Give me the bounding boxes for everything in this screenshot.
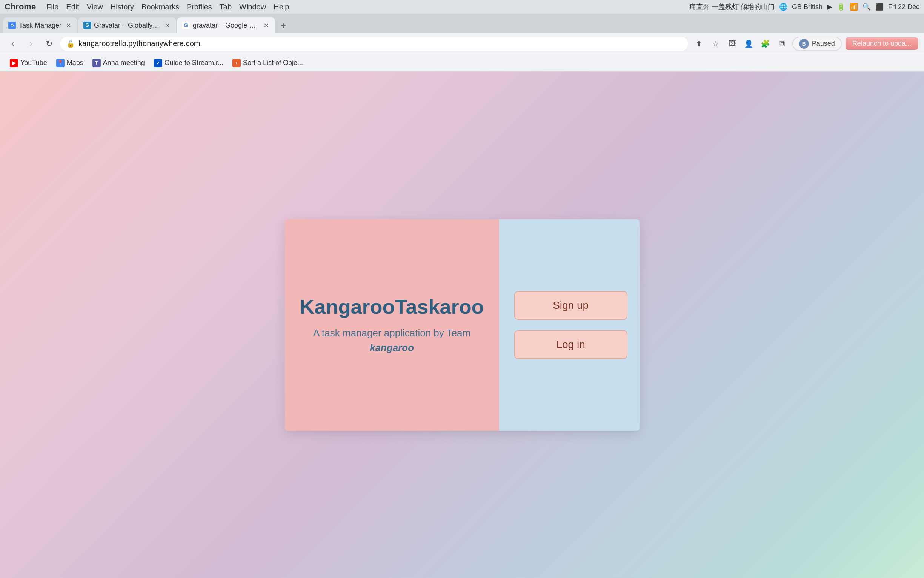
trello-favicon: ✓	[154, 59, 162, 67]
chrome-menu-items: File Edit View History Bookmarks Profile…	[44, 2, 292, 12]
refresh-button[interactable]: ↻	[42, 37, 56, 50]
tab-title-gravatar: Gravatar – Globally Recogniz...	[94, 21, 160, 29]
bookmark-trello-label: Guide to Stream.r...	[165, 59, 223, 67]
battery-icon: 🔋	[837, 3, 845, 11]
chrome-right-icons: 痛直奔 一盖残灯 傾場的山门 🌐 GB British ▶ 🔋 📶 🔍 ⬛ Fr…	[689, 2, 919, 11]
main-content: KangarooTaskaroo A task manager applicat…	[0, 72, 924, 578]
paused-button[interactable]: B Paused	[792, 37, 842, 51]
user-avatar-icon[interactable]: 👤	[743, 37, 755, 50]
chrome-brand: Chrome	[5, 2, 36, 12]
chrome-title-bar: Chrome File Edit View History Bookmarks …	[0, 0, 924, 14]
sort-favicon: ›	[232, 59, 241, 67]
bookmark-youtube[interactable]: ▶ YouTube	[6, 57, 51, 69]
share-icon[interactable]: ⬆	[693, 37, 706, 50]
gb-british-icon[interactable]: GB British	[792, 3, 822, 11]
app-left-panel: KangarooTaskaroo A task manager applicat…	[285, 219, 499, 431]
menu-profiles[interactable]: Profiles	[184, 2, 215, 12]
tab-title-google: gravatar – Google Search	[193, 21, 259, 29]
tab-close-task[interactable]: ✕	[65, 21, 72, 29]
url-bar[interactable]: 🔒 kangarootrello.pythonanywhere.com	[60, 37, 688, 51]
lock-icon: 🔒	[66, 40, 75, 48]
bookmarks-bar: ▶ YouTube 📍 Maps T Anna meeting ✓ Guide …	[0, 54, 924, 72]
maps-favicon: 📍	[56, 59, 65, 67]
youtube-favicon: ▶	[10, 59, 18, 67]
bookmark-teams[interactable]: T Anna meeting	[89, 57, 149, 69]
media-icon[interactable]: 🖼	[726, 37, 739, 50]
sidebar-toggle-icon[interactable]: ⧉	[776, 37, 788, 50]
bookmark-sort-label: Sort a List of Obje...	[243, 59, 303, 67]
tab-title-task: Task Manager	[19, 21, 61, 29]
tab-gravatar[interactable]: G Gravatar – Globally Recogniz... ✕	[78, 17, 176, 33]
cast-icon[interactable]: ⬛	[875, 3, 884, 11]
extensions-icon[interactable]: 🧩	[759, 37, 772, 50]
app-title: KangarooTaskaroo	[300, 295, 484, 318]
app-subtitle-line2: kangaroo	[370, 342, 414, 353]
tab-close-gravatar[interactable]: ✕	[163, 21, 171, 29]
bookmark-trello[interactable]: ✓ Guide to Stream.r...	[150, 57, 227, 69]
app-card: KangarooTaskaroo A task manager applicat…	[285, 219, 639, 431]
menu-window[interactable]: Window	[236, 2, 269, 12]
tab-favicon-task: ⚙	[8, 21, 16, 29]
app-right-panel: Sign up Log in	[499, 219, 639, 431]
menu-bookmarks[interactable]: Bookmarks	[139, 2, 182, 12]
tab-bar: ⚙ Task Manager ✕ G Gravatar – Globally R…	[0, 14, 924, 33]
login-button[interactable]: Log in	[514, 330, 628, 359]
bookmark-maps[interactable]: 📍 Maps	[52, 57, 87, 69]
bookmark-maps-label: Maps	[67, 59, 83, 67]
relaunch-button[interactable]: Relaunch to upda...	[846, 37, 918, 50]
forward-button[interactable]: ›	[24, 37, 38, 50]
tab-google[interactable]: G gravatar – Google Search ✕	[177, 17, 275, 33]
app-subtitle: A task manager application by Team kanga…	[313, 326, 471, 355]
datetime: Fri 22 Dec	[888, 3, 919, 11]
tab-close-google[interactable]: ✕	[262, 21, 270, 29]
tab-favicon-google: G	[182, 21, 190, 29]
menu-view[interactable]: View	[84, 2, 106, 12]
signup-button[interactable]: Sign up	[514, 291, 628, 320]
bookmark-star-icon[interactable]: ☆	[709, 37, 722, 50]
menu-file[interactable]: File	[44, 2, 61, 12]
menu-tab[interactable]: Tab	[217, 2, 235, 12]
teams-favicon: T	[92, 59, 101, 67]
menu-help[interactable]: Help	[270, 2, 292, 12]
app-subtitle-line1: A task manager application by Team	[313, 327, 471, 339]
paused-profile-dot: B	[799, 39, 809, 49]
chinese-text-icon: 痛直奔 一盖残灯 傾場的山门	[689, 2, 775, 11]
address-bar: ‹ › ↻ 🔒 kangarootrello.pythonanywhere.co…	[0, 33, 924, 54]
address-right-icons: ⬆ ☆ 🖼 👤 🧩 ⧉ B Paused Relaunch to upda...	[693, 37, 918, 51]
bookmark-youtube-label: YouTube	[20, 59, 47, 67]
tab-task-manager[interactable]: ⚙ Task Manager ✕	[3, 17, 77, 33]
search-icon[interactable]: 🔍	[863, 3, 871, 11]
bookmark-sort[interactable]: › Sort a List of Obje...	[229, 57, 307, 69]
paused-label: Paused	[812, 40, 835, 47]
back-button[interactable]: ‹	[6, 37, 19, 50]
tab-favicon-gravatar: G	[83, 21, 91, 29]
url-text: kangarootrello.pythonanywhere.com	[78, 39, 200, 48]
new-tab-button[interactable]: +	[276, 18, 291, 33]
wifi-icon: 📶	[850, 3, 858, 11]
menu-history[interactable]: History	[108, 2, 137, 12]
pip-icon[interactable]: ▶	[827, 3, 832, 11]
profile-icon[interactable]: 🌐	[779, 3, 787, 11]
bookmark-teams-label: Anna meeting	[103, 59, 145, 67]
menu-edit[interactable]: Edit	[63, 2, 82, 12]
